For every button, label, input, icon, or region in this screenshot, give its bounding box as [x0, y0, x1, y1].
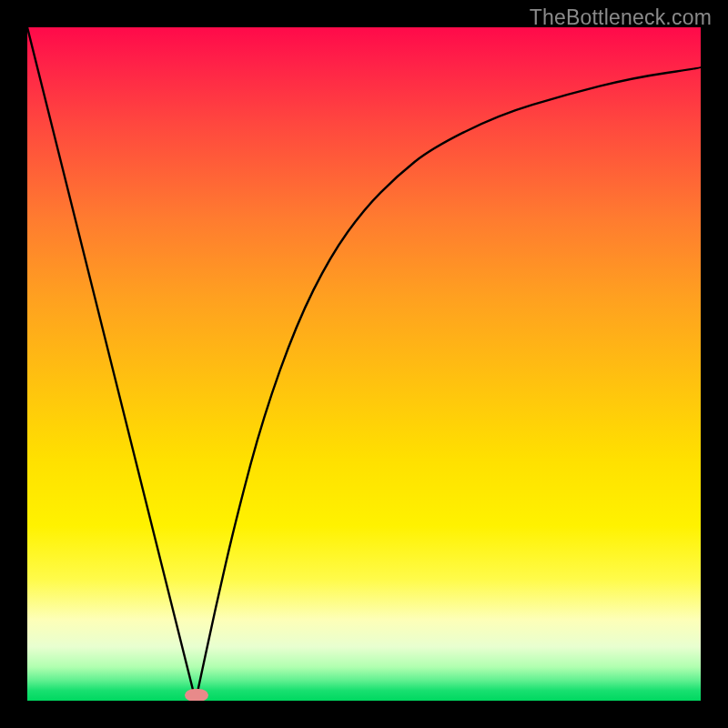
plot-area [27, 27, 701, 701]
chart-frame: TheBottleneck.com [0, 0, 728, 728]
watermark-text: TheBottleneck.com [530, 5, 712, 30]
cusp-marker [185, 689, 208, 701]
bottleneck-curve [27, 27, 701, 701]
